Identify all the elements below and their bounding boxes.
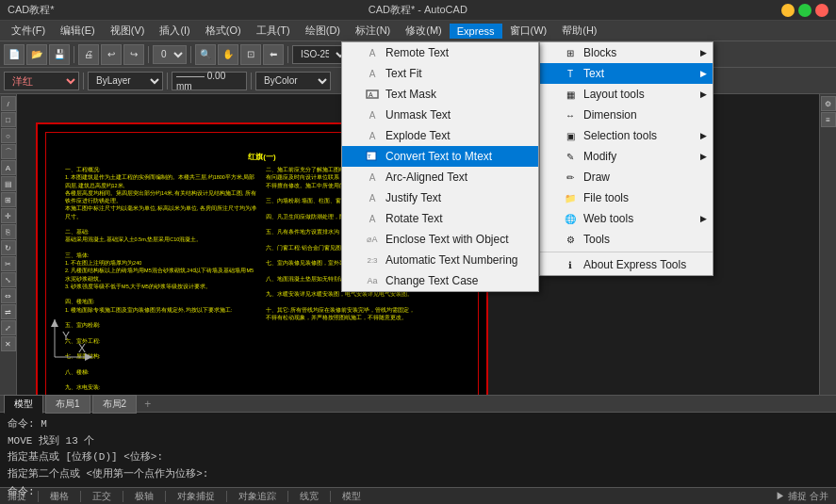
- toolbar2-sep3: [251, 73, 252, 89]
- col2-l1: 二、施工前应充分了解施工图纸，熟悉规范及有关标准图。施工中如发现图纸有问题应及时…: [266, 166, 459, 182]
- menu-view[interactable]: 视图(V): [103, 22, 153, 40]
- lwt-status[interactable]: 线宽: [296, 490, 322, 503]
- draw-block[interactable]: ⊞: [1, 192, 16, 207]
- save-button[interactable]: 💾: [49, 44, 70, 65]
- draw-poly[interactable]: □: [1, 112, 16, 127]
- status-sep1: [38, 491, 39, 502]
- color-dropdown[interactable]: ByColor: [255, 72, 331, 90]
- col2-l7: 七、室内装修见装修图，室外装修按外墙装修图施工。: [266, 259, 459, 267]
- cmd-line1: 命令: M: [8, 416, 828, 433]
- osnap-status[interactable]: 对象捕捉: [173, 490, 219, 503]
- linewidth-display: ——— 0.00 mm: [172, 72, 247, 90]
- layer-mgr-btn[interactable]: ≡: [821, 112, 836, 127]
- menu-window[interactable]: 窗口(W): [502, 22, 555, 40]
- col2-l2: 不得擅自修改。施工中所使用的所有材料必须符合国家标准。: [266, 182, 459, 189]
- col1-l10: 3. 砂浆强度等级不低于M5,大于M5的砂浆等级按设计要求。: [65, 283, 258, 290]
- layer-select[interactable]: 0: [153, 45, 187, 64]
- modify-extend[interactable]: ⤡: [1, 272, 16, 287]
- menu-dimension[interactable]: 标注(N): [348, 22, 398, 40]
- new-button[interactable]: 📄: [4, 44, 25, 65]
- status-sep3: [123, 491, 123, 502]
- close-button[interactable]: [815, 4, 828, 17]
- zoom-btn[interactable]: 🔍: [195, 44, 216, 65]
- draw-arc[interactable]: ⌒: [1, 144, 16, 159]
- draw-text[interactable]: A: [1, 160, 16, 175]
- toolbar-row1: 📄 📂 💾 🖨 ↩ ↪ 0 🔍 ✋ ⊡ ⬅ ISO-25 ✎: [0, 41, 836, 68]
- polar-status[interactable]: 极轴: [131, 490, 157, 503]
- menu-insert[interactable]: 插入(I): [152, 22, 197, 40]
- menu-modify[interactable]: 修改(M): [398, 22, 450, 40]
- snap-status[interactable]: 捕捉: [4, 490, 30, 503]
- canvas-area[interactable]: 红旗(一) 一、工程概况: 1. 本图建筑是作为土建工程的实例而编制的。本楼共三…: [17, 94, 819, 395]
- otrack-status[interactable]: 对象追踪: [235, 490, 280, 503]
- tab-layout1[interactable]: 布局1: [45, 395, 90, 414]
- drawing-columns: 一、工程概况: 1. 本图建筑是作为土建工程的实例而编制的。本楼共三层,约180…: [65, 166, 459, 391]
- draw-line[interactable]: /: [1, 96, 16, 111]
- redo-button[interactable]: ↪: [123, 44, 144, 65]
- col1-l17: 九、水电安装:: [65, 383, 258, 391]
- modify-scale[interactable]: ⤢: [1, 320, 16, 335]
- status-sep5: [226, 491, 227, 502]
- layer-dropdown[interactable]: 洋红: [4, 72, 79, 90]
- col2-l6: 六、门窗工程:铝合金门窗见图，木门见木作说明。: [266, 244, 459, 252]
- toolbar-sep1: [74, 46, 74, 63]
- modify-trim[interactable]: ✂: [1, 256, 16, 271]
- modify-move[interactable]: ✛: [1, 208, 16, 223]
- undo-button[interactable]: ↩: [101, 44, 122, 65]
- menu-tools[interactable]: 工具(T): [249, 22, 298, 40]
- col1-l11: 四、楼地面:: [65, 298, 258, 305]
- properties-btn[interactable]: ⚙: [821, 96, 836, 111]
- col1-l16: 八、楼梯:: [65, 368, 258, 376]
- merge-status[interactable]: ▶ 捕捉 合并: [772, 490, 832, 503]
- status-sep2: [80, 491, 81, 502]
- window-title: CAD教程* - AutoCAD: [55, 3, 781, 17]
- menu-help[interactable]: 帮助(H): [554, 22, 604, 40]
- modify-copy[interactable]: ⎘: [1, 224, 16, 239]
- menu-express[interactable]: Express: [450, 24, 502, 39]
- draw-hatch[interactable]: ▤: [1, 176, 16, 191]
- col1-l15: 七、屋盖结构:: [65, 352, 258, 360]
- menu-file[interactable]: 文件(F): [4, 22, 53, 40]
- zoom-extent[interactable]: ⊡: [240, 44, 261, 65]
- model-status[interactable]: 模型: [338, 490, 365, 503]
- col1-l9: 2. 凡楼面结构板以上的砖墙均用M5混合砂浆砌筑,240以下砖墙及基础墙用M5水…: [65, 267, 258, 283]
- linewidth-label: ——— 0.00 mm: [176, 71, 242, 91]
- cmd-line2: MOVE 找到 13 个: [8, 433, 828, 450]
- draw-circle[interactable]: ○: [1, 128, 16, 143]
- command-area: 命令: M MOVE 找到 13 个 指定基点或 [位移(D)] <位移>: 指…: [0, 412, 836, 487]
- modify-erase[interactable]: ✕: [1, 336, 16, 351]
- zoom-prev[interactable]: ⬅: [263, 44, 284, 65]
- modify-rotate[interactable]: ↻: [1, 240, 16, 255]
- maximize-button[interactable]: [798, 4, 811, 17]
- match-prop[interactable]: ✎: [351, 44, 371, 65]
- col1-l8: 1. 不在图上注明的墙厚均为240: [65, 259, 258, 267]
- drawing-border: 红旗(一) 一、工程概况: 1. 本图建筑是作为土建工程的实例而编制的。本楼共三…: [45, 132, 479, 395]
- menu-edit[interactable]: 编辑(E): [53, 22, 103, 40]
- title-bar: CAD教程* CAD教程* - AutoCAD: [0, 0, 836, 21]
- grid-status[interactable]: 栅格: [46, 490, 73, 503]
- tab-layout2[interactable]: 布局2: [92, 395, 138, 414]
- modify-mirror[interactable]: ⇌: [1, 304, 16, 319]
- col1-l7: 三、墙体:: [65, 252, 258, 259]
- main-area: / □ ○ ⌒ A ▤ ⊞ ✛ ⎘ ↻ ✂ ⤡ ⇔ ⇌ ⤢ ✕ 红旗(一): [0, 94, 836, 395]
- modify-stretch[interactable]: ⇔: [1, 288, 16, 303]
- tab-model[interactable]: 模型: [4, 395, 43, 414]
- drawing-title: 红旗(一): [65, 152, 459, 162]
- tab-bar: 模型 布局1 布局2 +: [0, 395, 836, 412]
- pan-btn[interactable]: ✋: [218, 44, 238, 65]
- menu-draw[interactable]: 绘图(D): [298, 22, 348, 40]
- drawing-col2: 二、施工前应充分了解施工图纸，熟悉规范及有关标准图。施工中如发现图纸有问题应及时…: [266, 166, 459, 391]
- col1-l13: 五、室内粉刷:: [65, 321, 258, 329]
- col1-l4: 本施工图中标注尺寸均以毫米为单位,标高以米为单位, 各房间所注尺寸均为净尺寸。: [65, 204, 258, 220]
- minimize-button[interactable]: [781, 4, 795, 17]
- menu-format[interactable]: 格式(O): [198, 22, 249, 40]
- print-button[interactable]: 🖨: [78, 44, 99, 65]
- linetype-dropdown[interactable]: ByLayer: [88, 72, 163, 90]
- iso-scale-select[interactable]: ISO-25: [292, 45, 349, 64]
- status-sep4: [165, 491, 166, 502]
- open-button[interactable]: 📂: [26, 44, 47, 65]
- col1-l5: 二、基础:: [65, 228, 258, 236]
- ortho-status[interactable]: 正交: [89, 490, 115, 503]
- app-title: CAD教程*: [8, 3, 55, 17]
- tab-add[interactable]: +: [139, 396, 156, 413]
